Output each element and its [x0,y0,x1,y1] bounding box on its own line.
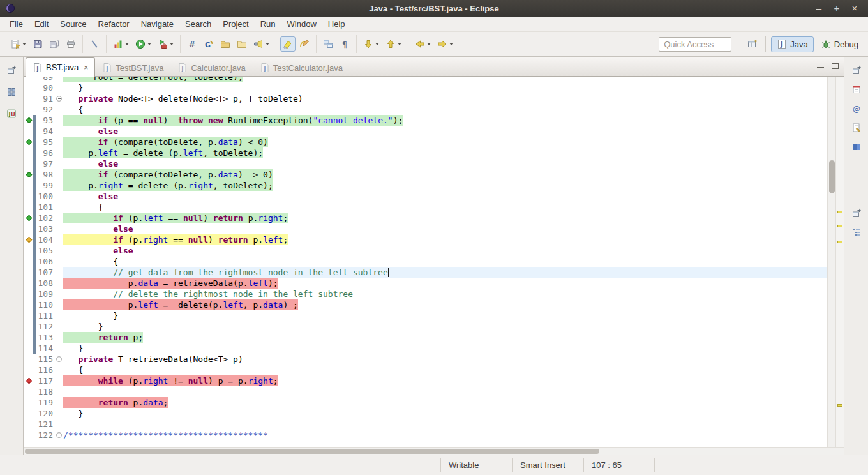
menu-source[interactable]: Source [54,17,92,31]
open-resource-button[interactable] [234,36,250,52]
line-number[interactable]: 119 [36,397,56,408]
line-number[interactable]: 117 [36,375,56,386]
tab-testbst-java[interactable]: JTestBST.java [95,59,170,76]
line-number[interactable]: 94 [36,126,56,137]
junit-view-button[interactable]: JU [3,105,20,122]
coverage-button[interactable] [110,36,131,52]
line-number[interactable]: 111 [36,310,56,321]
menu-edit[interactable]: Edit [29,17,54,31]
restore-outline-views-button[interactable] [848,205,865,222]
line-number[interactable]: 110 [36,299,56,310]
forward-history-dropdown-arrow-icon[interactable] [449,43,453,45]
perspective-debug-button[interactable]: Debug [815,36,864,52]
line-number[interactable]: 112 [36,321,56,332]
new-wizard-button[interactable] [8,36,29,52]
line-number[interactable]: 100 [36,191,56,202]
quick-access-input[interactable] [659,37,731,52]
tab-testcalculator-java[interactable]: JTestCalculator.java [253,59,350,76]
line-number[interactable]: 102 [36,213,56,223]
line-number[interactable]: 99 [36,180,56,191]
maximize-editor-icon[interactable] [832,63,839,69]
line-number[interactable]: 97 [36,158,56,169]
task-list-view-button[interactable] [848,81,865,98]
menu-refactor[interactable]: Refactor [93,17,135,31]
package-explorer-view-button[interactable] [3,84,20,100]
perspective-java-button[interactable]: JJava [771,36,813,52]
javadoc-view-button[interactable]: @ [848,100,865,117]
search-button[interactable] [251,36,272,52]
help-view-button[interactable] [848,139,865,155]
line-number[interactable]: 113 [36,332,56,343]
line-number[interactable]: 95 [36,137,56,147]
occurrence-marker[interactable] [837,225,842,227]
line-number[interactable]: 96 [36,147,56,158]
search-dropdown-arrow-icon[interactable] [266,43,269,45]
previous-annotation-button[interactable] [383,36,404,52]
menu-project[interactable]: Project [217,17,254,31]
occurrence-marker[interactable] [837,404,842,407]
horizontal-scrollbar[interactable] [24,447,844,455]
line-number[interactable]: 101 [36,202,56,213]
line-number[interactable]: 107 [36,267,56,278]
show-whitespace-button[interactable]: ¶ [337,36,352,52]
restore-left-views-button[interactable] [3,62,20,79]
new-java-project-button[interactable]: # [184,36,200,52]
save-all-button[interactable] [47,36,62,52]
line-number[interactable]: 98 [36,169,56,180]
tab-close-button[interactable]: × [84,63,88,72]
skip-all-breakpoints-button[interactable] [87,36,102,52]
link-with-editor-button[interactable] [320,36,336,52]
minimize-window-button[interactable]: – [813,1,825,16]
line-number[interactable]: 122 [36,430,56,441]
run-external-tools-dropdown-arrow-icon[interactable] [170,43,174,45]
line-number[interactable]: 109 [36,289,56,299]
run-button[interactable] [133,36,154,52]
save-button[interactable] [30,36,45,52]
line-number[interactable]: 115 [36,354,56,365]
line-number[interactable]: 121 [36,419,56,430]
back-history-button[interactable] [412,36,433,52]
line-number[interactable]: 106 [36,256,56,267]
line-number[interactable]: 118 [36,386,56,397]
run-dropdown-arrow-icon[interactable] [147,43,151,45]
horizontal-scrollbar-thumb[interactable] [25,449,599,454]
forward-history-button[interactable] [435,36,456,52]
menu-search[interactable]: Search [179,17,217,31]
occurrence-marker[interactable] [837,241,842,243]
menu-navigate[interactable]: Navigate [135,17,179,31]
declaration-view-button[interactable] [848,119,865,136]
line-number[interactable]: 90 [36,82,56,93]
next-annotation-dropdown-arrow-icon[interactable] [375,43,379,45]
line-number[interactable]: 105 [36,245,56,256]
run-external-tools-button[interactable] [155,36,176,52]
menu-run[interactable]: Run [255,17,281,31]
occurrence-marker[interactable] [837,211,842,213]
line-number[interactable]: 120 [36,408,56,419]
line-number[interactable]: 89 [36,77,56,82]
outline-view-button[interactable] [848,224,865,241]
menu-file[interactable]: File [4,17,29,31]
back-history-dropdown-arrow-icon[interactable] [427,43,431,45]
restore-right-views-button[interactable] [848,62,865,79]
code-editor[interactable]: 89 root = delete(root, toDelete);90 }91 … [24,77,844,447]
line-number[interactable]: 116 [36,365,56,375]
line-number[interactable]: 93 [36,115,56,126]
line-number[interactable]: 108 [36,278,56,289]
line-number[interactable]: 103 [36,223,56,234]
tab-bst-java[interactable]: JBST.java× [26,57,95,77]
last-edit-location-button[interactable] [297,36,312,52]
maximize-window-button[interactable]: + [831,1,842,16]
minimize-editor-icon[interactable] [817,63,824,68]
next-annotation-button[interactable] [361,36,382,52]
vertical-scrollbar-thumb[interactable] [829,160,835,193]
print-button[interactable] [63,36,79,52]
close-window-button[interactable]: × [849,1,860,16]
open-type-button[interactable] [218,36,233,52]
line-number[interactable]: 114 [36,343,56,354]
line-number[interactable]: 104 [36,234,56,245]
line-number[interactable]: 92 [36,104,56,115]
collapse-toggle-icon[interactable] [56,356,62,362]
open-perspective-button[interactable] [745,36,760,52]
coverage-dropdown-arrow-icon[interactable] [125,43,129,45]
toggle-mark-occurrences-button[interactable] [280,36,296,52]
